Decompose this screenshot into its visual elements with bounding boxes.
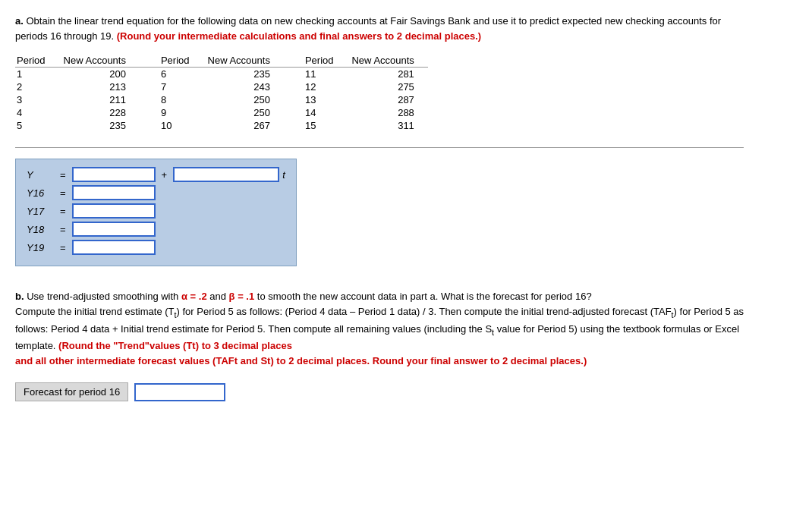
accounts-col1: 235 [62,119,140,132]
period-col1: 1 [15,68,62,81]
part-b-and: and [209,291,228,302]
forecast-label: Forecast for period 16 [15,382,128,401]
y18-equation-row: Y18 = [27,222,285,237]
accounts-col3: 288 [350,106,427,119]
y-intercept-input[interactable] [72,167,156,182]
y17-label: Y17 [27,206,54,217]
col1-accounts-header: New Accounts [62,54,140,68]
period-col1: 3 [15,93,62,106]
period-col2: 8 [140,93,206,106]
y16-equation-row: Y16 = [27,185,285,200]
period-col1: 4 [15,106,62,119]
part-b-beta: β = .1 [229,291,255,302]
period-col1: 2 [15,80,62,93]
accounts-col3: 311 [350,119,427,132]
period-col3: 13 [284,93,351,106]
accounts-col3: 287 [350,93,427,106]
accounts-col1: 213 [62,80,140,93]
accounts-col2: 243 [206,80,284,93]
col2-period-header: Period [140,54,206,68]
forecast-row: Forecast for period 16 [15,382,797,401]
period-col3: 12 [284,80,351,93]
accounts-col2: 250 [206,93,284,106]
part-a-container: a. Obtain the linear trend equation for … [15,14,797,281]
col3-period-header: Period [284,54,351,68]
period-col2: 10 [140,119,206,132]
col1-period-header: Period [15,54,62,68]
table-row: 5 235 10 267 15 311 [15,119,428,132]
y19-label: Y19 [27,242,54,253]
table-row: 4 228 9 250 14 288 [15,106,428,119]
accounts-col2: 267 [206,119,284,132]
accounts-col2: 235 [206,68,284,81]
accounts-col1: 228 [62,106,140,119]
y18-input[interactable] [72,222,156,237]
part-b-alpha: α = .2 [181,291,207,302]
table-row: 2 213 7 243 12 275 [15,80,428,93]
part-a-text: a. Obtain the linear trend equation for … [15,14,736,43]
y-plus: + [159,169,171,181]
accounts-col2: 250 [206,106,284,119]
part-b-text: b. Use trend-adjusted smoothing with α =… [15,289,751,369]
part-b-text1: Use trend-adjusted smoothing with [27,291,178,302]
table-separator [15,147,744,148]
part-b-container: b. Use trend-adjusted smoothing with α =… [15,289,797,401]
round-note-a: (Round your intermediate calculations an… [117,30,481,42]
y-equation-row: Y = + t [27,167,285,182]
part-b-round-note2: and all other intermediate forecast valu… [15,355,587,366]
y19-input[interactable] [72,240,156,255]
part-a-label: a. [15,15,24,27]
period-col3: 15 [284,119,351,132]
period-col1: 5 [15,119,62,132]
equation-area: Y = + t Y16 = Y17 = Y18 = Y19 = [15,159,297,266]
period-col3: 11 [284,68,351,81]
table-row: 3 211 8 250 13 287 [15,93,428,106]
y-slope-input[interactable] [173,167,279,182]
forecast-input[interactable] [134,383,225,401]
period-col2: 7 [140,80,206,93]
period-col2: 9 [140,106,206,119]
accounts-col3: 275 [350,80,427,93]
accounts-col1: 211 [62,93,140,106]
y16-label: Y16 [27,187,54,199]
y19-equation-row: Y19 = [27,240,285,255]
y18-label: Y18 [27,224,54,235]
col3-accounts-header: New Accounts [350,54,427,68]
part-a-description: Obtain the linear trend equation for the… [15,15,721,42]
y-t-label: t [282,169,285,181]
table-row: 1 200 6 235 11 281 [15,68,428,81]
accounts-col3: 281 [350,68,427,81]
part-b-round-note1: (Round the "Trend"values (Tt) to 3 decim… [58,340,292,351]
y19-equals: = [57,242,69,253]
part-b-label: b. [15,291,24,302]
y17-equals: = [57,206,69,217]
y17-equation-row: Y17 = [27,203,285,219]
y-label: Y [27,169,54,181]
data-table: Period New Accounts Period New Accounts … [15,54,428,132]
accounts-col1: 200 [62,68,140,81]
period-col3: 14 [284,106,351,119]
part-b-text2: to smooth the new account data in part a… [15,291,744,366]
y16-equals: = [57,187,69,199]
period-col2: 6 [140,68,206,81]
col2-accounts-header: New Accounts [206,54,284,68]
y-equals: = [57,169,69,181]
y16-input[interactable] [72,185,156,200]
y17-input[interactable] [72,203,156,219]
y18-equals: = [57,224,69,235]
